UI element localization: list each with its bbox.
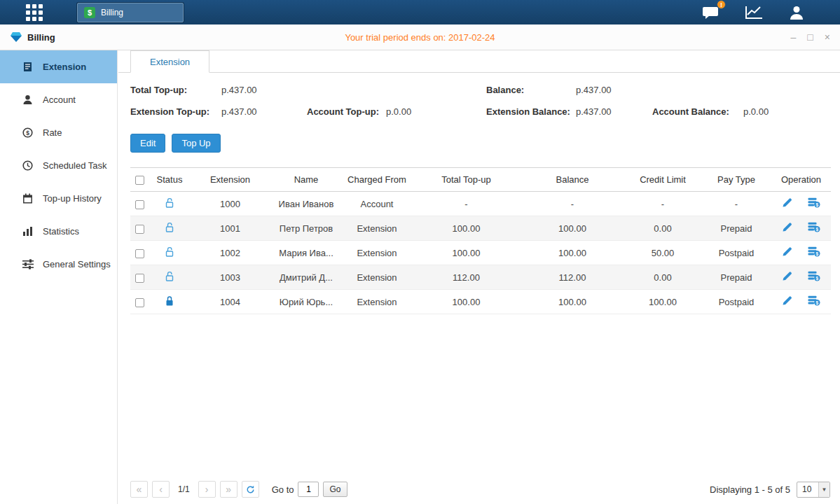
messages-icon[interactable]: ! <box>702 5 719 20</box>
calendar-icon <box>22 193 34 204</box>
top-up-money-icon[interactable]: $ <box>808 197 820 210</box>
cell-name: Дмитрий Д... <box>270 265 342 290</box>
cell-total-topup: 100.00 <box>412 241 521 265</box>
last-page-button[interactable]: » <box>220 481 237 498</box>
cell-total-topup: - <box>412 192 521 216</box>
cell-pay-type: Prepaid <box>701 265 771 290</box>
extension-balance-value: p.437.00 <box>576 106 652 117</box>
svg-text:$: $ <box>815 202 818 208</box>
taskbar-billing-button[interactable]: $ Billing <box>77 3 184 22</box>
maximize-icon[interactable]: □ <box>807 32 813 42</box>
col-charged-from[interactable]: Charged From <box>342 168 412 192</box>
select-all-checkbox[interactable] <box>135 176 144 185</box>
edit-button[interactable]: Edit <box>130 134 165 153</box>
sidebar-item-label: Scheduled Task <box>43 160 107 171</box>
billing-diamond-icon <box>10 31 22 43</box>
statistics-chart-icon[interactable] <box>745 6 763 20</box>
cell-name: Петр Петров <box>270 216 342 241</box>
top-up-money-icon[interactable]: $ <box>808 246 820 259</box>
lock-open-icon[interactable] <box>165 271 174 284</box>
action-buttons: Edit Top Up <box>130 134 840 153</box>
sidebar-item-topup-history[interactable]: Top-up History <box>0 182 117 215</box>
cell-name: Иван Иванов <box>270 192 342 216</box>
top-up-button[interactable]: Top Up <box>172 134 220 153</box>
edit-pencil-icon[interactable] <box>782 222 792 234</box>
cell-credit-limit: 50.00 <box>624 241 701 265</box>
svg-text:$: $ <box>815 300 818 306</box>
close-icon[interactable]: × <box>825 32 830 42</box>
edit-pencil-icon[interactable] <box>782 246 792 259</box>
col-operation[interactable]: Operation <box>771 168 831 192</box>
displaying-text: Displaying 1 - 5 of 5 <box>710 484 790 495</box>
next-page-button[interactable]: › <box>198 481 216 498</box>
page-indicator: 1/1 <box>178 484 190 494</box>
col-name[interactable]: Name <box>270 168 342 192</box>
cell-pay-type: - <box>701 192 771 216</box>
goto-label: Go to <box>272 484 294 495</box>
table-row[interactable]: 1000 Иван Иванов Account - - - - $ <box>130 192 831 216</box>
extension-balance-label: Extension Balance: <box>486 106 576 117</box>
cell-extension: 1003 <box>190 265 270 290</box>
taskbar-billing-label: Billing <box>101 8 123 18</box>
top-up-money-icon[interactable]: $ <box>808 222 820 234</box>
top-up-money-icon[interactable]: $ <box>808 295 820 308</box>
first-page-button[interactable]: « <box>130 481 148 498</box>
sidebar-item-statistics[interactable]: Statistics <box>0 215 117 248</box>
table-row[interactable]: 1001 Петр Петров Extension 100.00 100.00… <box>130 216 831 241</box>
account-topup-value: p.0.00 <box>386 106 486 117</box>
cell-total-topup: 100.00 <box>412 216 521 241</box>
app-launcher-grid-icon[interactable] <box>26 4 43 21</box>
row-checkbox[interactable] <box>135 274 144 283</box>
user-account-icon[interactable] <box>788 5 805 20</box>
row-checkbox[interactable] <box>135 225 144 234</box>
table-row[interactable]: 1003 Дмитрий Д... Extension 112.00 112.0… <box>130 265 831 290</box>
row-checkbox[interactable] <box>135 249 144 258</box>
lock-open-icon[interactable] <box>165 222 174 235</box>
cell-extension: 1002 <box>190 241 270 265</box>
sidebar-item-account[interactable]: Account <box>0 83 117 116</box>
trial-notice: Your trial period ends on: 2017-02-24 <box>0 24 840 50</box>
lock-open-icon[interactable] <box>165 197 174 211</box>
col-credit-limit[interactable]: Credit Limit <box>624 168 701 192</box>
page-size-select[interactable]: 10 ▼ <box>797 482 830 498</box>
row-checkbox[interactable] <box>135 298 144 307</box>
cell-balance: - <box>521 192 624 216</box>
lock-open-icon[interactable] <box>165 246 174 260</box>
go-button[interactable]: Go <box>323 482 347 497</box>
edit-pencil-icon[interactable] <box>782 197 792 210</box>
extension-ledger-icon <box>22 62 34 72</box>
cell-pay-type: Postpaid <box>701 241 771 265</box>
main-content: Extension Total Top-up: p.437.00 Balance… <box>118 50 840 504</box>
refresh-button[interactable] <box>242 481 259 498</box>
edit-pencil-icon[interactable] <box>782 295 792 308</box>
sidebar-item-general-settings[interactable]: General Settings <box>0 248 117 281</box>
top-up-money-icon[interactable]: $ <box>808 271 820 284</box>
edit-pencil-icon[interactable] <box>782 271 792 284</box>
table-row[interactable]: 1002 Мария Ива... Extension 100.00 100.0… <box>130 241 831 265</box>
cell-credit-limit: 0.00 <box>624 265 701 290</box>
col-status[interactable]: Status <box>149 168 190 192</box>
window-title: Billing <box>27 32 55 43</box>
bar-chart-icon <box>22 226 34 237</box>
cell-balance: 100.00 <box>521 290 624 314</box>
sidebar-item-scheduled-task[interactable]: Scheduled Task <box>0 149 117 182</box>
col-balance[interactable]: Balance <box>521 168 624 192</box>
col-extension[interactable]: Extension <box>190 168 270 192</box>
row-checkbox[interactable] <box>135 200 144 209</box>
table-row[interactable]: 1004 Юрий Юрь... Extension 100.00 100.00… <box>130 290 831 314</box>
sidebar-item-rate[interactable]: $ Rate <box>0 116 117 149</box>
minimize-icon[interactable]: – <box>791 32 797 42</box>
lock-closed-icon[interactable] <box>165 295 174 309</box>
svg-text:$: $ <box>26 130 29 136</box>
tab-extension[interactable]: Extension <box>130 50 209 73</box>
sidebar-item-extension[interactable]: Extension <box>0 50 117 83</box>
total-topup-label: Total Top-up: <box>130 85 221 95</box>
sidebar-item-label: Top-up History <box>43 193 102 204</box>
cell-pay-type: Postpaid <box>701 290 771 314</box>
billing-dollar-icon: $ <box>84 7 95 18</box>
goto-page-input[interactable] <box>298 482 319 497</box>
col-total-topup[interactable]: Total Top-up <box>412 168 521 192</box>
col-pay-type[interactable]: Pay Type <box>701 168 771 192</box>
prev-page-button[interactable]: ‹ <box>152 481 170 498</box>
topbar-right: ! <box>702 5 840 20</box>
